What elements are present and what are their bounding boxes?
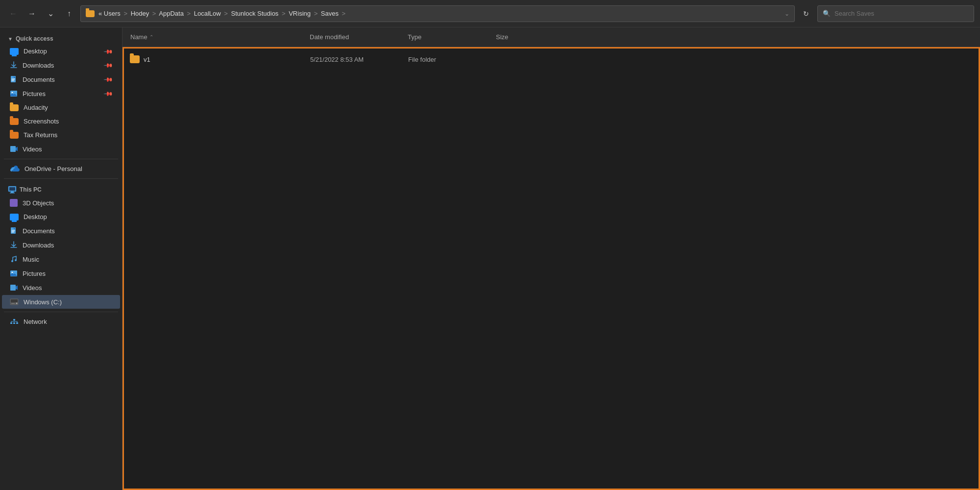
file-area: Name ⌃ Date modified Type Size v1 5/21/2…	[122, 27, 980, 490]
up-button[interactable]: ↑	[62, 6, 76, 21]
column-type[interactable]: Type	[408, 33, 496, 41]
sidebar-item-documents-pc[interactable]: Documents	[2, 224, 120, 238]
drive-icon	[10, 298, 19, 306]
sidebar-item-downloads-pinned[interactable]: Downloads 📌	[2, 58, 120, 72]
sidebar-item-desktop-pc[interactable]: Desktop	[2, 210, 120, 223]
desktop-icon	[10, 48, 19, 55]
sidebar-item-label: Windows (C:)	[24, 298, 62, 306]
sidebar-item-onedrive[interactable]: OneDrive - Personal	[2, 162, 120, 175]
sidebar-item-label: Downloads	[23, 62, 54, 69]
sidebar-item-label: Audacity	[24, 104, 48, 111]
column-size[interactable]: Size	[496, 33, 974, 41]
folder-yellow-icon	[10, 104, 19, 111]
quick-access-label: Quick access	[16, 35, 53, 42]
sidebar-item-label: 3D Objects	[23, 199, 54, 207]
table-row[interactable]: v1 5/21/2022 8:53 AM File folder	[124, 50, 979, 68]
address-dropdown-chevron[interactable]: ⌄	[784, 10, 789, 17]
pin-icon: 📌	[103, 74, 114, 85]
file-type: File folder	[408, 56, 496, 63]
music-icon	[10, 255, 18, 263]
sort-arrow-name: ⌃	[149, 34, 153, 40]
sidebar-item-label: OneDrive - Personal	[24, 165, 82, 172]
column-name-label: Name	[130, 33, 147, 41]
file-name: v1	[144, 56, 310, 63]
pin-icon: 📌	[103, 60, 114, 71]
divider-3	[4, 312, 118, 312]
column-name[interactable]: Name ⌃	[128, 33, 310, 41]
sidebar-item-screenshots[interactable]: Screenshots	[2, 115, 120, 128]
sidebar-item-label: Music	[23, 256, 39, 263]
svg-point-9	[11, 260, 13, 262]
sidebar: ▼ Quick access Desktop 📌 Downloads 📌	[0, 27, 122, 490]
pictures-icon	[10, 90, 18, 98]
svg-rect-13	[10, 285, 16, 291]
pin-icon: 📌	[103, 46, 114, 56]
sidebar-item-windows-c[interactable]: Windows (C:)	[2, 295, 120, 309]
sidebar-item-label: Desktop	[24, 213, 47, 220]
pictures-icon	[10, 270, 18, 277]
pin-icon: 📌	[103, 89, 114, 99]
3dobjects-icon	[10, 199, 18, 207]
sidebar-item-music[interactable]: Music	[2, 252, 120, 266]
sidebar-item-label: Network	[24, 318, 47, 325]
quick-access-section[interactable]: ▼ Quick access	[0, 31, 122, 44]
address-path: « Users > Hodey > AppData > LocalLow > S…	[98, 10, 347, 17]
file-date: 5/21/2022 8:53 AM	[310, 56, 408, 63]
thispc-label: This PC	[20, 186, 42, 193]
sidebar-item-desktop-pinned[interactable]: Desktop 📌	[2, 45, 120, 58]
sidebar-item-3dobjects[interactable]: 3D Objects	[2, 196, 120, 210]
downloads-icon	[10, 61, 18, 69]
downloads-icon	[10, 241, 18, 249]
search-bar: 🔍	[817, 5, 974, 22]
divider-2	[4, 178, 118, 179]
quick-access-chevron: ▼	[8, 36, 13, 42]
folder-orange-icon	[10, 132, 19, 139]
thispc-section[interactable]: This PC	[0, 182, 122, 196]
svg-rect-3	[10, 146, 16, 152]
sidebar-item-tax-returns[interactable]: Tax Returns	[2, 128, 120, 142]
column-size-label: Size	[496, 33, 508, 41]
svg-point-10	[15, 259, 17, 261]
sidebar-item-videos-pc[interactable]: Videos	[2, 281, 120, 294]
refresh-button[interactable]: ↻	[799, 6, 813, 21]
sidebar-item-label: Tax Returns	[24, 131, 57, 139]
videos-icon	[10, 284, 18, 292]
file-content: v1 5/21/2022 8:53 AM File folder	[122, 47, 980, 490]
sidebar-item-pictures-pc[interactable]: Pictures	[2, 267, 120, 280]
folder-orange-icon	[10, 118, 19, 125]
svg-rect-5	[9, 187, 15, 191]
column-date-label: Date modified	[310, 33, 349, 41]
sidebar-item-pictures-pinned[interactable]: Pictures 📌	[2, 87, 120, 100]
divider-1	[4, 159, 118, 159]
column-date[interactable]: Date modified	[310, 33, 408, 41]
desktop-icon	[10, 214, 19, 220]
thispc-icon	[8, 186, 17, 194]
sidebar-item-videos-quick[interactable]: Videos	[2, 142, 120, 156]
sidebar-item-label: Videos	[23, 284, 42, 292]
svg-rect-7	[10, 193, 15, 194]
sidebar-item-label: Desktop	[24, 48, 47, 55]
svg-rect-20	[13, 322, 15, 324]
svg-rect-17	[11, 303, 15, 304]
file-header: Name ⌃ Date modified Type Size	[122, 27, 980, 47]
sidebar-item-network[interactable]: Network	[2, 315, 120, 328]
sidebar-item-label: Documents	[23, 76, 55, 83]
network-icon	[10, 318, 19, 325]
documents-icon	[10, 227, 18, 235]
recent-locations-button[interactable]: ⌄	[43, 6, 58, 21]
forward-button[interactable]: →	[24, 6, 39, 21]
svg-rect-6	[11, 192, 14, 193]
search-input[interactable]	[834, 10, 969, 17]
main-area: ▼ Quick access Desktop 📌 Downloads 📌	[0, 27, 980, 490]
sidebar-item-audacity[interactable]: Audacity	[2, 101, 120, 114]
column-type-label: Type	[408, 33, 421, 41]
sidebar-item-label: Pictures	[23, 90, 46, 98]
sidebar-item-label: Screenshots	[24, 118, 59, 125]
address-bar[interactable]: « Users > Hodey > AppData > LocalLow > S…	[80, 5, 795, 22]
onedrive-icon	[10, 166, 20, 172]
sidebar-item-downloads-pc[interactable]: Downloads	[2, 238, 120, 252]
back-button[interactable]: ←	[6, 6, 21, 21]
sidebar-item-documents-pinned[interactable]: Documents 📌	[2, 73, 120, 86]
sidebar-item-label: Videos	[23, 146, 42, 153]
address-folder-icon	[86, 10, 95, 17]
